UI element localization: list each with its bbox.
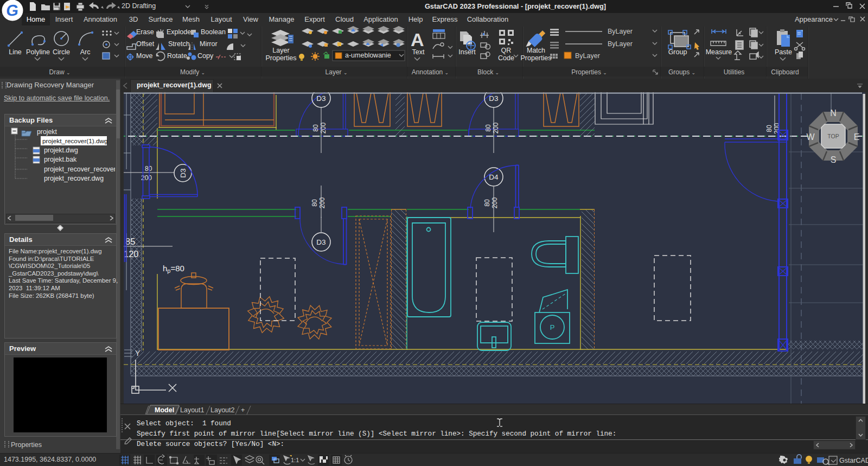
svg-text:80: 80 <box>765 125 773 132</box>
svg-text:80: 80 <box>484 124 492 132</box>
svg-text:projekt_recover(1).dwg: projekt_recover(1).dwg <box>42 137 108 145</box>
svg-text:80: 80 <box>483 199 491 207</box>
svg-text:200: 200 <box>492 123 500 134</box>
svg-text:GstarCAD: GstarCAD <box>839 457 868 464</box>
svg-text:Y: Y <box>135 349 141 358</box>
svg-text:N: N <box>830 108 837 118</box>
svg-text:85: 85 <box>125 237 135 246</box>
svg-text:200: 200 <box>491 197 499 209</box>
svg-text:S: S <box>831 155 837 164</box>
svg-text:D3: D3 <box>316 238 326 246</box>
svg-text:200: 200 <box>318 197 326 209</box>
svg-text:80: 80 <box>312 124 320 132</box>
svg-text:a-umeblowanie: a-umeblowanie <box>345 52 391 59</box>
svg-text:+: + <box>241 406 245 414</box>
svg-text:Layout1: Layout1 <box>180 406 205 414</box>
svg-text:E: E <box>854 132 860 142</box>
svg-text:projekt_recover.dwg: projekt_recover.dwg <box>44 175 104 182</box>
svg-text:hp=80: hp=80 <box>163 264 184 274</box>
svg-text:projekt_recover_recover.dwg: projekt_recover_recover.dwg <box>44 165 115 173</box>
svg-text:G: G <box>5 2 20 19</box>
svg-text:projekt: projekt <box>37 128 57 136</box>
svg-text:P: P <box>550 323 555 331</box>
svg-text:200: 200 <box>320 123 327 134</box>
svg-text:Layout2: Layout2 <box>210 406 235 414</box>
svg-text:D4: D4 <box>489 173 499 181</box>
svg-text:A: A <box>411 29 424 50</box>
svg-text:D3: D3 <box>179 168 187 177</box>
svg-text:D3: D3 <box>316 94 326 103</box>
svg-text:projekt.bak: projekt.bak <box>44 156 77 163</box>
svg-text:80: 80 <box>311 199 318 207</box>
svg-text:projekt.dwg: projekt.dwg <box>44 146 78 154</box>
svg-text:D3: D3 <box>489 94 498 103</box>
svg-text:80: 80 <box>145 165 152 173</box>
svg-text:TOP: TOP <box>827 133 839 139</box>
svg-text:W: W <box>806 132 815 142</box>
svg-text:1:1: 1:1 <box>291 457 299 463</box>
svg-text:Model: Model <box>155 406 174 414</box>
